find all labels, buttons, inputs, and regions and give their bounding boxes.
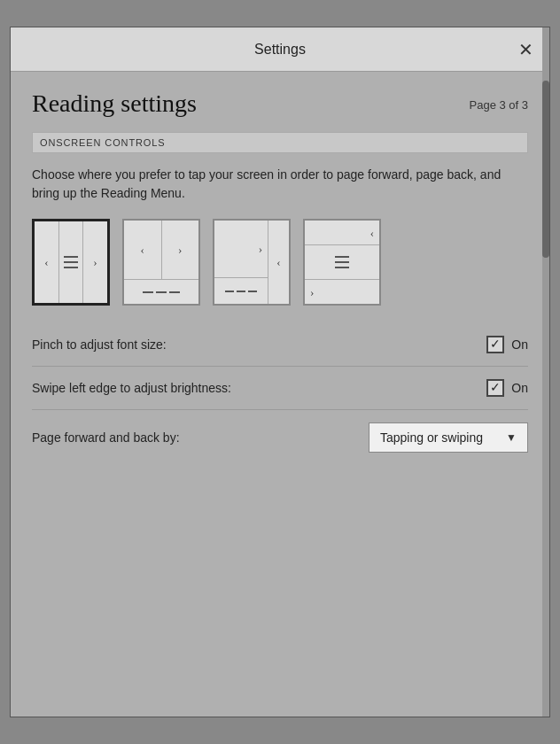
menu-line: [335, 261, 349, 263]
layout3-forward-arrow: ›: [214, 221, 268, 277]
scrollbar-track[interactable]: [542, 27, 549, 717]
menu-line: [225, 291, 234, 292]
menu-line: [156, 291, 167, 293]
pinch-checkmark: ✓: [490, 338, 501, 351]
layout1-left-arrow: ‹: [35, 221, 59, 303]
menu-line: [335, 256, 349, 258]
page-title: Reading settings: [32, 89, 197, 118]
pinch-status: On: [511, 337, 528, 352]
chevron-down-icon: ▼: [506, 431, 517, 444]
dialog-title: Settings: [254, 42, 306, 58]
layout4-bottom-forward-arrow: ›: [305, 279, 379, 304]
menu-line: [143, 291, 153, 293]
pinch-control: ✓ On: [486, 336, 528, 353]
layout4-middle-menu: [305, 245, 379, 279]
swipe-checkbox[interactable]: ✓: [486, 379, 504, 397]
layout2-bottom-menu: [124, 279, 198, 304]
swipe-checkmark: ✓: [490, 382, 501, 394]
dialog-header: Settings ✕: [11, 27, 549, 72]
layout2-right-arrow: ›: [162, 221, 199, 279]
pinch-setting-row: Pinch to adjust font size: ✓ On: [32, 323, 528, 367]
swipe-control: ✓ On: [486, 379, 528, 397]
pinch-label: Pinch to adjust font size:: [32, 337, 167, 352]
menu-line: [237, 291, 245, 292]
swipe-setting-row: Swipe left edge to adjust brightness: ✓ …: [32, 367, 528, 410]
page-forward-value: Tapping or swiping: [380, 430, 483, 445]
section-label: ONSCREEN CONTROLS: [32, 132, 528, 153]
swipe-status: On: [511, 381, 528, 395]
page-header: Reading settings Page 3 of 3: [32, 89, 528, 118]
close-button[interactable]: ✕: [515, 37, 537, 62]
layout-option-4[interactable]: ‹ ›: [303, 219, 381, 306]
layout1-center-menu: [59, 221, 82, 303]
layout2-left-arrow: ‹: [124, 221, 162, 279]
scrollbar-thumb[interactable]: [542, 81, 549, 258]
menu-line: [169, 291, 180, 293]
layout3-back-arrow: ‹: [268, 221, 289, 304]
section-description: Choose where you prefer to tap your scre…: [32, 166, 528, 203]
pinch-checkbox[interactable]: ✓: [486, 336, 504, 353]
layout3-bottom-menu: [214, 277, 268, 304]
menu-line: [64, 256, 78, 258]
page-indicator: Page 3 of 3: [470, 98, 529, 112]
layout-option-3[interactable]: › ‹: [213, 219, 291, 306]
settings-dialog: Settings ✕ Reading settings Page 3 of 3 …: [10, 27, 550, 717]
menu-line: [64, 261, 78, 263]
menu-line: [64, 267, 78, 268]
page-forward-row: Page forward and back by: Tapping or swi…: [32, 410, 528, 465]
dialog-content: Reading settings Page 3 of 3 ONSCREEN CO…: [11, 72, 549, 717]
layout-option-1[interactable]: ‹ ›: [32, 219, 110, 306]
menu-line: [335, 267, 349, 268]
page-forward-label: Page forward and back by:: [32, 430, 180, 445]
layout4-top-back-arrow: ‹: [305, 221, 379, 245]
layout-options: ‹ › ‹ ›: [32, 219, 528, 306]
layout-option-2[interactable]: ‹ ›: [122, 219, 200, 306]
menu-line: [248, 291, 257, 292]
swipe-label: Swipe left edge to adjust brightness:: [32, 381, 231, 395]
layout1-right-arrow: ›: [82, 221, 107, 303]
page-forward-dropdown[interactable]: Tapping or swiping ▼: [369, 422, 528, 453]
